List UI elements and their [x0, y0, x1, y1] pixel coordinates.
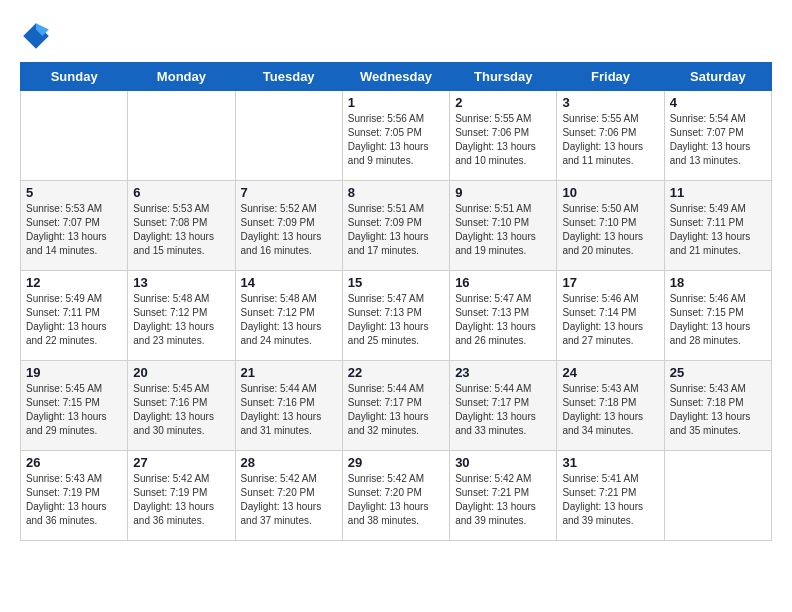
calendar-cell: 15Sunrise: 5:47 AMSunset: 7:13 PMDayligh… [342, 271, 449, 361]
calendar-cell: 18Sunrise: 5:46 AMSunset: 7:15 PMDayligh… [664, 271, 771, 361]
day-info: Sunrise: 5:42 AMSunset: 7:20 PMDaylight:… [241, 472, 337, 528]
calendar-cell: 2Sunrise: 5:55 AMSunset: 7:06 PMDaylight… [450, 91, 557, 181]
week-row-1: 1Sunrise: 5:56 AMSunset: 7:05 PMDaylight… [21, 91, 772, 181]
day-number: 18 [670, 275, 766, 290]
day-number: 4 [670, 95, 766, 110]
day-info: Sunrise: 5:52 AMSunset: 7:09 PMDaylight:… [241, 202, 337, 258]
calendar-cell: 29Sunrise: 5:42 AMSunset: 7:20 PMDayligh… [342, 451, 449, 541]
day-info: Sunrise: 5:47 AMSunset: 7:13 PMDaylight:… [348, 292, 444, 348]
day-header-monday: Monday [128, 63, 235, 91]
day-number: 19 [26, 365, 122, 380]
calendar-cell: 1Sunrise: 5:56 AMSunset: 7:05 PMDaylight… [342, 91, 449, 181]
day-number: 25 [670, 365, 766, 380]
day-info: Sunrise: 5:53 AMSunset: 7:08 PMDaylight:… [133, 202, 229, 258]
calendar-cell: 9Sunrise: 5:51 AMSunset: 7:10 PMDaylight… [450, 181, 557, 271]
calendar-cell: 7Sunrise: 5:52 AMSunset: 7:09 PMDaylight… [235, 181, 342, 271]
day-header-thursday: Thursday [450, 63, 557, 91]
day-number: 26 [26, 455, 122, 470]
day-info: Sunrise: 5:42 AMSunset: 7:20 PMDaylight:… [348, 472, 444, 528]
day-info: Sunrise: 5:44 AMSunset: 7:16 PMDaylight:… [241, 382, 337, 438]
day-number: 23 [455, 365, 551, 380]
calendar-cell: 26Sunrise: 5:43 AMSunset: 7:19 PMDayligh… [21, 451, 128, 541]
day-number: 31 [562, 455, 658, 470]
day-number: 24 [562, 365, 658, 380]
calendar-cell: 10Sunrise: 5:50 AMSunset: 7:10 PMDayligh… [557, 181, 664, 271]
day-info: Sunrise: 5:51 AMSunset: 7:10 PMDaylight:… [455, 202, 551, 258]
day-info: Sunrise: 5:53 AMSunset: 7:07 PMDaylight:… [26, 202, 122, 258]
day-header-sunday: Sunday [21, 63, 128, 91]
calendar-cell [235, 91, 342, 181]
day-info: Sunrise: 5:49 AMSunset: 7:11 PMDaylight:… [670, 202, 766, 258]
day-info: Sunrise: 5:48 AMSunset: 7:12 PMDaylight:… [241, 292, 337, 348]
week-row-2: 5Sunrise: 5:53 AMSunset: 7:07 PMDaylight… [21, 181, 772, 271]
day-info: Sunrise: 5:46 AMSunset: 7:14 PMDaylight:… [562, 292, 658, 348]
calendar-cell: 6Sunrise: 5:53 AMSunset: 7:08 PMDaylight… [128, 181, 235, 271]
calendar-cell: 23Sunrise: 5:44 AMSunset: 7:17 PMDayligh… [450, 361, 557, 451]
calendar-cell: 16Sunrise: 5:47 AMSunset: 7:13 PMDayligh… [450, 271, 557, 361]
day-header-tuesday: Tuesday [235, 63, 342, 91]
calendar-cell: 30Sunrise: 5:42 AMSunset: 7:21 PMDayligh… [450, 451, 557, 541]
calendar-cell: 12Sunrise: 5:49 AMSunset: 7:11 PMDayligh… [21, 271, 128, 361]
day-info: Sunrise: 5:55 AMSunset: 7:06 PMDaylight:… [562, 112, 658, 168]
day-info: Sunrise: 5:46 AMSunset: 7:15 PMDaylight:… [670, 292, 766, 348]
calendar-cell: 27Sunrise: 5:42 AMSunset: 7:19 PMDayligh… [128, 451, 235, 541]
day-info: Sunrise: 5:43 AMSunset: 7:18 PMDaylight:… [670, 382, 766, 438]
calendar-cell: 13Sunrise: 5:48 AMSunset: 7:12 PMDayligh… [128, 271, 235, 361]
calendar-cell: 28Sunrise: 5:42 AMSunset: 7:20 PMDayligh… [235, 451, 342, 541]
calendar-cell: 14Sunrise: 5:48 AMSunset: 7:12 PMDayligh… [235, 271, 342, 361]
day-info: Sunrise: 5:42 AMSunset: 7:19 PMDaylight:… [133, 472, 229, 528]
day-info: Sunrise: 5:54 AMSunset: 7:07 PMDaylight:… [670, 112, 766, 168]
calendar-table: SundayMondayTuesdayWednesdayThursdayFrid… [20, 62, 772, 541]
day-number: 17 [562, 275, 658, 290]
day-info: Sunrise: 5:43 AMSunset: 7:18 PMDaylight:… [562, 382, 658, 438]
day-number: 22 [348, 365, 444, 380]
day-number: 14 [241, 275, 337, 290]
week-row-4: 19Sunrise: 5:45 AMSunset: 7:15 PMDayligh… [21, 361, 772, 451]
day-number: 16 [455, 275, 551, 290]
day-header-wednesday: Wednesday [342, 63, 449, 91]
day-info: Sunrise: 5:45 AMSunset: 7:16 PMDaylight:… [133, 382, 229, 438]
header-row: SundayMondayTuesdayWednesdayThursdayFrid… [21, 63, 772, 91]
calendar-cell: 25Sunrise: 5:43 AMSunset: 7:18 PMDayligh… [664, 361, 771, 451]
calendar-cell: 31Sunrise: 5:41 AMSunset: 7:21 PMDayligh… [557, 451, 664, 541]
day-info: Sunrise: 5:51 AMSunset: 7:09 PMDaylight:… [348, 202, 444, 258]
day-number: 13 [133, 275, 229, 290]
day-number: 1 [348, 95, 444, 110]
day-number: 11 [670, 185, 766, 200]
calendar-cell: 17Sunrise: 5:46 AMSunset: 7:14 PMDayligh… [557, 271, 664, 361]
day-info: Sunrise: 5:43 AMSunset: 7:19 PMDaylight:… [26, 472, 122, 528]
day-info: Sunrise: 5:50 AMSunset: 7:10 PMDaylight:… [562, 202, 658, 258]
calendar-cell: 3Sunrise: 5:55 AMSunset: 7:06 PMDaylight… [557, 91, 664, 181]
day-number: 2 [455, 95, 551, 110]
week-row-5: 26Sunrise: 5:43 AMSunset: 7:19 PMDayligh… [21, 451, 772, 541]
day-number: 7 [241, 185, 337, 200]
calendar-cell: 21Sunrise: 5:44 AMSunset: 7:16 PMDayligh… [235, 361, 342, 451]
day-number: 3 [562, 95, 658, 110]
day-info: Sunrise: 5:49 AMSunset: 7:11 PMDaylight:… [26, 292, 122, 348]
day-info: Sunrise: 5:47 AMSunset: 7:13 PMDaylight:… [455, 292, 551, 348]
day-info: Sunrise: 5:55 AMSunset: 7:06 PMDaylight:… [455, 112, 551, 168]
page-header [20, 20, 772, 52]
day-info: Sunrise: 5:44 AMSunset: 7:17 PMDaylight:… [348, 382, 444, 438]
calendar-cell: 5Sunrise: 5:53 AMSunset: 7:07 PMDaylight… [21, 181, 128, 271]
calendar-cell: 24Sunrise: 5:43 AMSunset: 7:18 PMDayligh… [557, 361, 664, 451]
day-info: Sunrise: 5:56 AMSunset: 7:05 PMDaylight:… [348, 112, 444, 168]
day-number: 8 [348, 185, 444, 200]
calendar-cell: 4Sunrise: 5:54 AMSunset: 7:07 PMDaylight… [664, 91, 771, 181]
day-number: 20 [133, 365, 229, 380]
day-number: 30 [455, 455, 551, 470]
day-number: 27 [133, 455, 229, 470]
day-info: Sunrise: 5:41 AMSunset: 7:21 PMDaylight:… [562, 472, 658, 528]
day-number: 12 [26, 275, 122, 290]
day-info: Sunrise: 5:44 AMSunset: 7:17 PMDaylight:… [455, 382, 551, 438]
day-number: 5 [26, 185, 122, 200]
day-number: 6 [133, 185, 229, 200]
day-info: Sunrise: 5:48 AMSunset: 7:12 PMDaylight:… [133, 292, 229, 348]
day-number: 21 [241, 365, 337, 380]
calendar-cell: 22Sunrise: 5:44 AMSunset: 7:17 PMDayligh… [342, 361, 449, 451]
day-number: 29 [348, 455, 444, 470]
day-number: 28 [241, 455, 337, 470]
week-row-3: 12Sunrise: 5:49 AMSunset: 7:11 PMDayligh… [21, 271, 772, 361]
day-number: 9 [455, 185, 551, 200]
calendar-cell [664, 451, 771, 541]
